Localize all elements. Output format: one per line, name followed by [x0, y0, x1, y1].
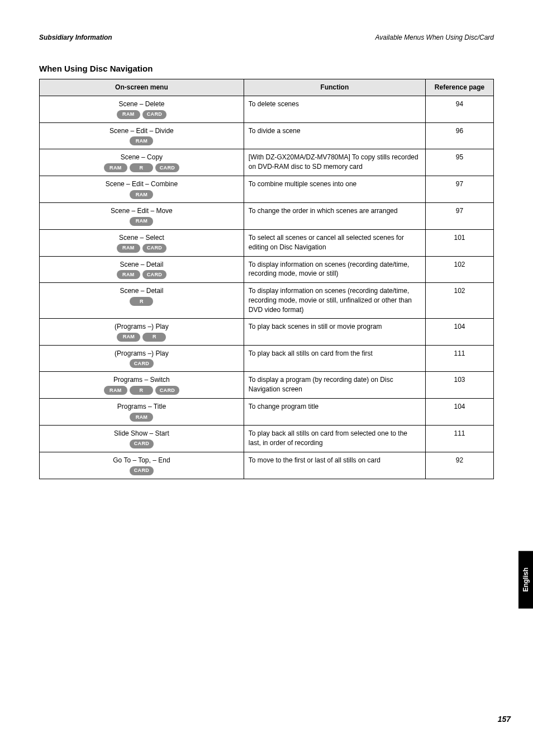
- menu-item-cell: Scene – Edit – CombineRAM: [40, 176, 244, 203]
- table-row: Programs – TitleRAMTo change program tit…: [40, 399, 494, 426]
- media-badge: RAM: [117, 110, 140, 119]
- media-badge: CARD: [130, 440, 154, 448]
- media-badge: CARD: [142, 244, 166, 253]
- page-cell: 97: [426, 176, 494, 203]
- menu-item-label: Scene – Delete: [44, 100, 239, 109]
- menu-item-cell: (Programs –) PlayCARD: [40, 345, 244, 372]
- function-cell: To delete scenes: [244, 96, 425, 122]
- page-cell: 97: [426, 202, 494, 229]
- badge-group: RAMCARD: [44, 244, 239, 253]
- page-cell: 92: [426, 452, 494, 479]
- function-cell: To divide a scene: [244, 122, 425, 149]
- page-cell: 104: [426, 318, 494, 345]
- media-badge: CARD: [142, 110, 166, 119]
- badge-group: RAMCARD: [44, 270, 239, 279]
- media-badge: CARD: [142, 270, 166, 279]
- menu-item-cell: Scene – DeleteRAMCARD: [40, 96, 244, 122]
- function-cell: To display information on scenes (record…: [244, 256, 425, 283]
- menu-item-cell: Scene – Edit – MoveRAM: [40, 202, 244, 229]
- media-badge: RAM: [117, 333, 140, 342]
- col-page: Reference page: [426, 79, 494, 96]
- badge-group: RAM: [44, 190, 239, 199]
- menu-item-cell: Go To – Top, – EndCARD: [40, 452, 244, 479]
- table-row: Scene – SelectRAMCARDTo select all scene…: [40, 229, 494, 256]
- badge-group: CARD: [44, 440, 239, 448]
- media-badge: RAM: [130, 136, 153, 145]
- menu-item-label: Go To – Top, – End: [44, 456, 239, 465]
- badge-group: RAM: [44, 413, 239, 422]
- function-cell: To play back all stills on card from the…: [244, 345, 425, 372]
- page-cell: 101: [426, 229, 494, 256]
- function-cell: To combine multiple scenes into one: [244, 176, 425, 203]
- table-row: (Programs –) PlayRAMRTo play back scenes…: [40, 318, 494, 345]
- badge-group: RAM: [44, 217, 239, 226]
- table-row: Scene – Edit – MoveRAMTo change the orde…: [40, 202, 494, 229]
- header-left: Subsidiary Information: [39, 34, 112, 41]
- table-row: Scene – DetailRTo display information on…: [40, 283, 494, 318]
- menu-item-label: Programs – Title: [44, 402, 239, 412]
- media-badge: R: [130, 386, 153, 395]
- table-header-row: On-screen menu Function Reference page: [40, 79, 494, 96]
- function-cell: [With DZ-GX20MA/DZ-MV780MA] To copy stil…: [244, 149, 425, 176]
- media-badge: CARD: [155, 386, 179, 395]
- badge-group: RAMRCARD: [44, 163, 239, 172]
- page-header: Subsidiary Information Available Menus W…: [39, 34, 494, 41]
- menu-item-label: Scene – Detail: [44, 286, 239, 296]
- table-row: (Programs –) PlayCARDTo play back all st…: [40, 345, 494, 372]
- menu-item-label: Slide Show – Start: [44, 429, 239, 438]
- media-badge: R: [142, 333, 166, 342]
- function-cell: To change the order in which scenes are …: [244, 202, 425, 229]
- function-cell: To display a program (by recording date)…: [244, 372, 425, 399]
- page-cell: 103: [426, 372, 494, 399]
- media-badge: RAM: [104, 386, 127, 395]
- menu-item-label: Scene – Detail: [44, 260, 239, 270]
- badge-group: RAMRCARD: [44, 386, 239, 395]
- header-right: Available Menus When Using Disc/Card: [375, 34, 494, 41]
- badge-group: CARD: [44, 359, 239, 368]
- page-cell: 111: [426, 425, 494, 452]
- table-row: Scene – CopyRAMRCARD[With DZ-GX20MA/DZ-M…: [40, 149, 494, 176]
- page-cell: 96: [426, 122, 494, 149]
- page-cell: 95: [426, 149, 494, 176]
- function-cell: To display information on scenes (record…: [244, 283, 425, 318]
- page-cell: 111: [426, 345, 494, 372]
- media-badge: CARD: [130, 359, 154, 368]
- badge-group: CARD: [44, 466, 239, 475]
- function-cell: To play back scenes in still or movie pr…: [244, 318, 425, 345]
- function-cell: To play back all stills on card from sel…: [244, 425, 425, 452]
- table-row: Programs – SwitchRAMRCARDTo display a pr…: [40, 372, 494, 399]
- menu-item-cell: (Programs –) PlayRAMR: [40, 318, 244, 345]
- media-badge: CARD: [130, 466, 154, 475]
- section-title: When Using Disc Navigation: [39, 64, 494, 73]
- menu-item-label: Scene – Edit – Move: [44, 206, 239, 216]
- table-row: Scene – DetailRAMCARDTo display informat…: [40, 256, 494, 283]
- badge-group: RAM: [44, 136, 239, 145]
- col-function: Function: [244, 79, 425, 96]
- function-cell: To move to the first or last of all stil…: [244, 452, 425, 479]
- media-badge: RAM: [104, 163, 127, 172]
- badge-group: RAMCARD: [44, 110, 239, 119]
- page-cell: 102: [426, 256, 494, 283]
- table-row: Scene – Edit – DivideRAMTo divide a scen…: [40, 122, 494, 149]
- menu-item-cell: Scene – SelectRAMCARD: [40, 229, 244, 256]
- media-badge: CARD: [155, 163, 179, 172]
- badge-group: R: [44, 297, 239, 306]
- menu-item-cell: Scene – Edit – DivideRAM: [40, 122, 244, 149]
- menu-item-cell: Scene – DetailRAMCARD: [40, 256, 244, 283]
- page-number: 157: [498, 715, 511, 724]
- menu-item-cell: Programs – SwitchRAMRCARD: [40, 372, 244, 399]
- media-badge: RAM: [130, 413, 153, 422]
- media-badge: RAM: [117, 244, 140, 253]
- page-cell: 102: [426, 283, 494, 318]
- media-badge: RAM: [130, 190, 153, 199]
- media-badge: RAM: [117, 270, 140, 279]
- menu-item-label: Programs – Switch: [44, 375, 239, 385]
- function-cell: To change program title: [244, 399, 425, 426]
- page-cell: 94: [426, 96, 494, 122]
- col-menu: On-screen menu: [40, 79, 244, 96]
- table-row: Scene – Edit – CombineRAMTo combine mult…: [40, 176, 494, 203]
- menu-item-label: Scene – Edit – Divide: [44, 126, 239, 136]
- side-tab: English: [518, 551, 533, 608]
- menu-item-cell: Programs – TitleRAM: [40, 399, 244, 426]
- media-badge: RAM: [130, 217, 153, 226]
